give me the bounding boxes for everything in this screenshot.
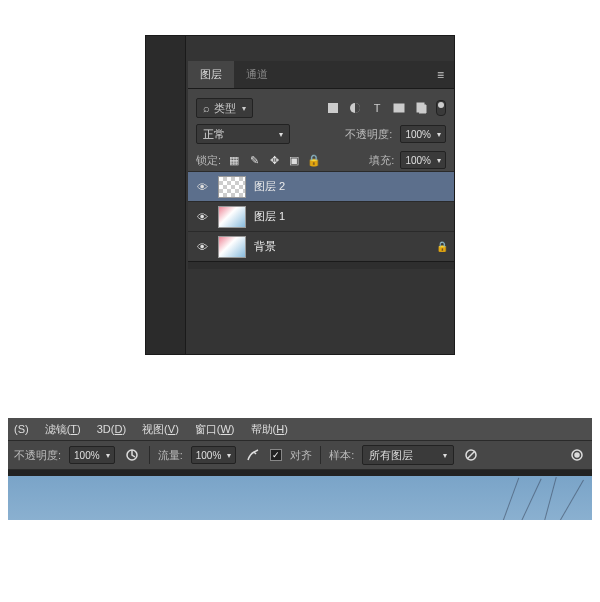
- opacity-label: 不透明度:: [345, 127, 392, 142]
- chevron-down-icon: ▾: [279, 130, 283, 139]
- fill-label: 填充:: [369, 153, 394, 168]
- opacity-value[interactable]: 100% ▾: [400, 125, 446, 143]
- layer-name[interactable]: 图层 1: [254, 209, 448, 224]
- filter-kind-select[interactable]: ⌕ 类型 ▾: [196, 98, 253, 118]
- sample-label: 样本:: [329, 448, 354, 463]
- menu-3d[interactable]: 3D(D): [97, 423, 126, 435]
- opacity-field-text: 100%: [74, 450, 100, 461]
- menu-select[interactable]: (S): [14, 423, 29, 435]
- layer-thumbnail[interactable]: [218, 236, 246, 258]
- layers-list-footer: [188, 261, 454, 269]
- layer-filter-row: ⌕ 类型 ▾ T: [196, 95, 446, 121]
- filter-pixel-icon[interactable]: [326, 101, 340, 115]
- sample-select[interactable]: 所有图层 ▾: [362, 445, 454, 465]
- opacity-value-text: 100%: [405, 129, 431, 140]
- lock-all-icon[interactable]: 🔒: [307, 153, 321, 167]
- opacity-field[interactable]: 100% ▾: [69, 446, 115, 464]
- sample-value: 所有图层: [369, 448, 413, 463]
- image-content: [553, 480, 584, 520]
- lock-paint-icon[interactable]: ✎: [247, 153, 261, 167]
- airbrush-icon[interactable]: [244, 446, 262, 464]
- filter-icons: T: [326, 100, 446, 116]
- aligned-checkbox[interactable]: ✓: [270, 449, 282, 461]
- svg-rect-2: [394, 104, 404, 112]
- canvas[interactable]: [8, 476, 592, 520]
- menu-filter[interactable]: 滤镜(T): [45, 422, 81, 437]
- panel-menu-icon[interactable]: ≡: [437, 68, 444, 82]
- image-content: [515, 479, 541, 520]
- image-content: [540, 477, 556, 520]
- chevron-down-icon: ▾: [443, 451, 447, 460]
- lock-transparency-icon[interactable]: ▦: [227, 153, 241, 167]
- filter-type-icon[interactable]: T: [370, 101, 384, 115]
- visibility-icon[interactable]: 👁: [194, 241, 210, 253]
- chevron-down-icon: ▾: [106, 451, 110, 460]
- layer-row[interactable]: 👁 图层 2: [188, 171, 454, 201]
- visibility-icon[interactable]: 👁: [194, 211, 210, 223]
- blend-row: 正常 ▾ 不透明度: 100% ▾: [196, 121, 446, 147]
- flow-field-text: 100%: [196, 450, 222, 461]
- options-bar: 不透明度: 100% ▾ 流量: 100% ▾ ✓ 对齐 样本: 所有图层 ▾: [8, 440, 592, 470]
- tab-channels[interactable]: 通道: [234, 61, 280, 88]
- chevron-down-icon: ▾: [437, 156, 441, 165]
- ignore-adjustment-icon[interactable]: [462, 446, 480, 464]
- separator: [149, 446, 150, 464]
- svg-rect-0: [328, 103, 338, 113]
- blend-mode-select[interactable]: 正常 ▾: [196, 124, 290, 144]
- aligned-label: 对齐: [290, 448, 312, 463]
- layer-row[interactable]: 👁 背景 🔒: [188, 231, 454, 261]
- layers-panel: 图层 通道 ≡ ⌕ 类型 ▾ T 正常 ▾: [145, 35, 455, 355]
- separator: [320, 446, 321, 464]
- chevron-down-icon: ▾: [242, 104, 246, 113]
- lock-position-icon[interactable]: ✥: [267, 153, 281, 167]
- layers-list: 👁 图层 2 👁 图层 1 👁 背景 🔒: [188, 171, 454, 269]
- menu-bar: (S) 滤镜(T) 3D(D) 视图(V) 窗口(W) 帮助(H): [8, 418, 592, 440]
- pressure-size-icon[interactable]: [568, 446, 586, 464]
- lock-icon: 🔒: [436, 241, 448, 252]
- search-icon: ⌕: [203, 102, 210, 114]
- filter-shape-icon[interactable]: [392, 101, 406, 115]
- lock-row: 锁定: ▦ ✎ ✥ ▣ 🔒 填充: 100% ▾: [196, 147, 446, 173]
- layer-name[interactable]: 背景: [254, 239, 428, 254]
- layer-thumbnail[interactable]: [218, 206, 246, 228]
- tab-layers[interactable]: 图层: [188, 61, 234, 88]
- image-content: [498, 478, 519, 520]
- panel-tab-bar: 图层 通道: [188, 61, 454, 89]
- svg-line-6: [467, 451, 475, 459]
- filter-toggle[interactable]: [436, 100, 446, 116]
- visibility-icon[interactable]: 👁: [194, 181, 210, 193]
- layer-thumbnail[interactable]: [218, 176, 246, 198]
- layers-panel-body: ⌕ 类型 ▾ T 正常 ▾ 不透明度: 100% ▾: [188, 89, 454, 179]
- flow-field[interactable]: 100% ▾: [191, 446, 237, 464]
- lock-artboard-icon[interactable]: ▣: [287, 153, 301, 167]
- filter-smart-icon[interactable]: [414, 101, 428, 115]
- filter-kind-label: 类型: [214, 101, 236, 116]
- flow-label: 流量:: [158, 448, 183, 463]
- menu-help[interactable]: 帮助(H): [251, 422, 288, 437]
- lock-icons: ▦ ✎ ✥ ▣ 🔒: [227, 153, 321, 167]
- blend-mode-value: 正常: [203, 127, 225, 142]
- opacity-label: 不透明度:: [14, 448, 61, 463]
- svg-point-8: [575, 453, 579, 457]
- filter-adjust-icon[interactable]: [348, 101, 362, 115]
- chevron-down-icon: ▾: [227, 451, 231, 460]
- menu-window[interactable]: 窗口(W): [195, 422, 235, 437]
- canvas-edge: [146, 36, 186, 354]
- app-window-bottom: (S) 滤镜(T) 3D(D) 视图(V) 窗口(W) 帮助(H) 不透明度: …: [8, 418, 592, 520]
- menu-view[interactable]: 视图(V): [142, 422, 179, 437]
- layer-name[interactable]: 图层 2: [254, 179, 448, 194]
- lock-label: 锁定:: [196, 153, 221, 168]
- layer-row[interactable]: 👁 图层 1: [188, 201, 454, 231]
- fill-value-text: 100%: [405, 155, 431, 166]
- chevron-down-icon: ▾: [437, 130, 441, 139]
- pressure-opacity-icon[interactable]: [123, 446, 141, 464]
- fill-value[interactable]: 100% ▾: [400, 151, 446, 169]
